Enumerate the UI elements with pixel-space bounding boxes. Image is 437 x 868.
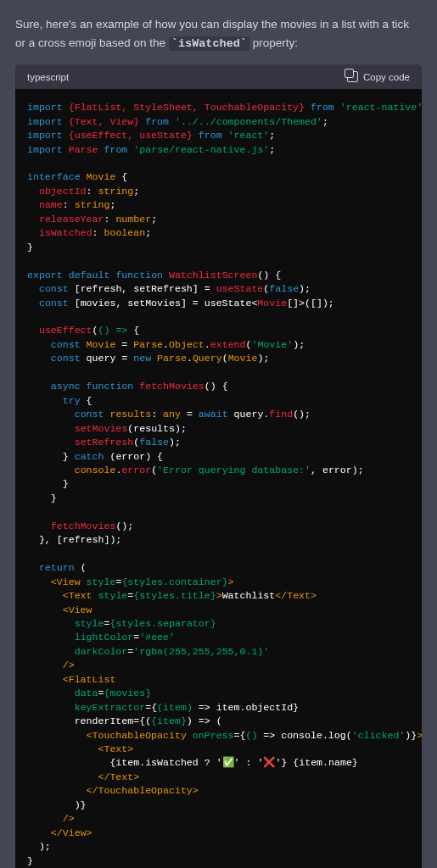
inline-code: `isWatched` bbox=[169, 36, 249, 51]
intro-suffix: property: bbox=[253, 36, 298, 49]
copy-label: Copy code bbox=[363, 72, 410, 82]
code-content[interactable]: import {FlatList, StyleSheet, TouchableO… bbox=[15, 89, 422, 868]
assistant-text: Sure, here's an example of how you can d… bbox=[15, 15, 422, 53]
code-block: typescript Copy code import {FlatList, S… bbox=[15, 64, 422, 868]
code-header: typescript Copy code bbox=[15, 64, 422, 89]
language-label: typescript bbox=[27, 72, 69, 82]
clipboard-icon bbox=[347, 71, 358, 82]
copy-code-button[interactable]: Copy code bbox=[347, 71, 410, 82]
